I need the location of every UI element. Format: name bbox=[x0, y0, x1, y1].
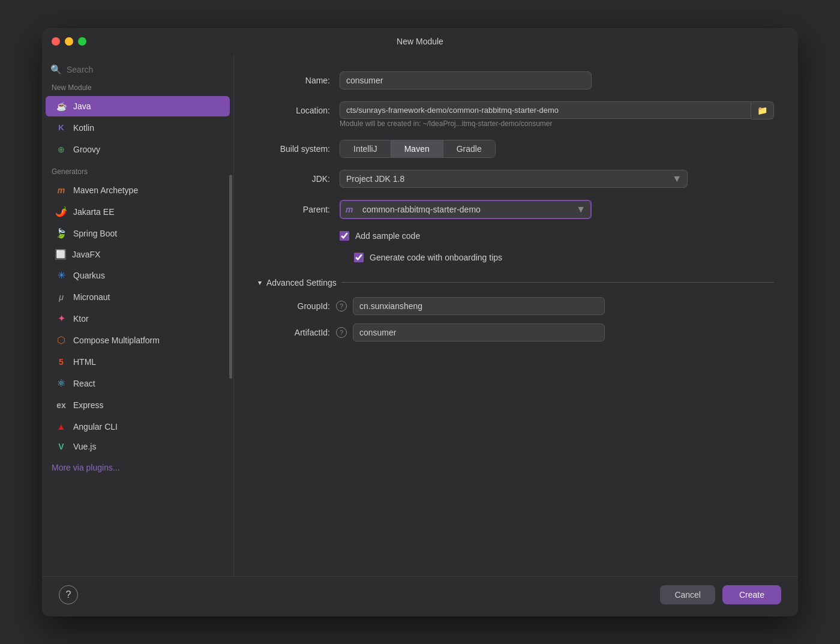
advanced-settings-header[interactable]: ▾ Advanced Settings bbox=[258, 278, 774, 287]
jdk-row: JDK: Project JDK 1.8 ▼ bbox=[258, 170, 774, 188]
groupid-input[interactable] bbox=[353, 297, 605, 315]
compose-icon: ⬡ bbox=[55, 334, 67, 346]
build-system-buttons: IntelliJ Maven Gradle bbox=[340, 140, 496, 158]
help-button[interactable]: ? bbox=[59, 585, 78, 604]
ktor-icon: ✦ bbox=[55, 313, 67, 325]
parent-label: Parent: bbox=[258, 205, 330, 214]
sidebar-item-label-java: Java bbox=[73, 101, 91, 111]
generate-code-label: Generate code with onboarding tips bbox=[370, 253, 502, 262]
sidebar-item-label-express: Express bbox=[73, 400, 104, 410]
build-btn-maven[interactable]: Maven bbox=[391, 140, 443, 157]
sidebar-item-spring-boot[interactable]: 🍃 Spring Boot bbox=[46, 223, 230, 244]
sidebar-item-label-ktor: Ktor bbox=[73, 314, 89, 324]
artifactid-help-icon[interactable]: ? bbox=[336, 327, 347, 338]
artifactid-label: ArtifactId: bbox=[258, 328, 330, 337]
dialog-footer: ? Cancel Create bbox=[42, 576, 798, 616]
sidebar-item-label-quarkus: Quarkus bbox=[73, 271, 105, 280]
micronaut-icon: μ bbox=[55, 291, 67, 303]
sidebar-item-ktor[interactable]: ✦ Ktor bbox=[46, 308, 230, 329]
sidebar-item-label-groovy: Groovy bbox=[73, 145, 100, 154]
sidebar-item-compose[interactable]: ⬡ Compose Multiplatform bbox=[46, 330, 230, 351]
add-sample-code-label: Add sample code bbox=[355, 231, 420, 241]
sidebar-item-micronaut[interactable]: μ Micronaut bbox=[46, 287, 230, 307]
groupid-help-icon[interactable]: ? bbox=[336, 301, 347, 311]
angular-icon: ▲ bbox=[55, 421, 67, 433]
sidebar-item-kotlin[interactable]: K Kotlin bbox=[46, 118, 230, 138]
generate-code-row: Generate code with onboarding tips bbox=[354, 253, 774, 262]
jdk-select[interactable]: Project JDK 1.8 bbox=[340, 170, 688, 188]
generate-code-checkbox[interactable] bbox=[354, 253, 364, 262]
sidebar-item-vue[interactable]: V Vue.js bbox=[46, 438, 230, 455]
create-button[interactable]: Create bbox=[722, 585, 781, 604]
sidebar-item-html[interactable]: 5 HTML bbox=[46, 352, 230, 372]
sidebar-item-angular[interactable]: ▲ Angular CLI bbox=[46, 417, 230, 437]
folder-icon: 📁 bbox=[757, 106, 767, 115]
sidebar-item-label-kotlin: Kotlin bbox=[73, 123, 94, 133]
groupid-row: GroupId: ? bbox=[258, 297, 774, 315]
window-controls bbox=[52, 37, 86, 46]
sidebar-item-groovy[interactable]: ⊕ Groovy bbox=[46, 139, 230, 160]
cancel-button[interactable]: Cancel bbox=[660, 585, 715, 604]
parent-select[interactable]: common-rabbitmq-starter-demo bbox=[340, 200, 592, 219]
sidebar-item-maven-archetype[interactable]: m Maven Archetype bbox=[46, 180, 230, 200]
sidebar-item-java[interactable]: ☕ Java bbox=[46, 96, 230, 116]
add-sample-code-row: Add sample code bbox=[340, 231, 774, 241]
html-icon: 5 bbox=[55, 356, 67, 368]
advanced-fields: GroupId: ? ArtifactId: ? bbox=[258, 297, 774, 342]
location-input-group: 📁 bbox=[340, 101, 774, 119]
jdk-select-wrapper: Project JDK 1.8 ▼ bbox=[340, 170, 688, 188]
title-bar: New Module bbox=[42, 28, 798, 55]
sidebar-item-quarkus[interactable]: ✳ Quarkus bbox=[46, 265, 230, 286]
dialog-title: New Module bbox=[397, 37, 443, 46]
sidebar-scrollbar[interactable] bbox=[229, 175, 232, 379]
sidebar-item-label-micronaut: Micronaut bbox=[73, 292, 110, 302]
build-btn-intellij[interactable]: IntelliJ bbox=[340, 140, 391, 157]
java-icon: ☕ bbox=[55, 100, 67, 112]
sidebar: 🔍 New Module ☕ Java K Kotlin ⊕ Groovy Ge… bbox=[42, 55, 234, 576]
location-browse-button[interactable]: 📁 bbox=[751, 101, 774, 119]
new-module-dialog: New Module 🔍 New Module ☕ Java K Kotlin bbox=[42, 28, 798, 616]
sidebar-item-express[interactable]: ex Express bbox=[46, 395, 230, 415]
javafx-icon: ⬜ bbox=[55, 249, 66, 260]
location-row: Location: 📁 bbox=[258, 101, 774, 119]
react-icon: ⚛ bbox=[55, 378, 67, 390]
advanced-settings-section: ▾ Advanced Settings GroupId: ? ArtifactI… bbox=[258, 278, 774, 342]
search-icon: 🔍 bbox=[50, 64, 62, 75]
sidebar-item-label-jakarta: Jakarta EE bbox=[73, 207, 114, 217]
name-input[interactable] bbox=[340, 71, 592, 89]
location-input[interactable] bbox=[340, 101, 751, 119]
search-input[interactable] bbox=[67, 65, 225, 74]
sidebar-item-label-spring: Spring Boot bbox=[73, 229, 117, 238]
more-plugins-link[interactable]: More via plugins... bbox=[42, 456, 233, 480]
express-icon: ex bbox=[55, 399, 67, 411]
location-hint: Module will be created in: ~/IdeaProj...… bbox=[340, 119, 774, 128]
sidebar-item-label-javafx: JavaFX bbox=[72, 250, 100, 259]
build-system-row: Build system: IntelliJ Maven Gradle bbox=[258, 140, 774, 158]
maven-icon: m bbox=[55, 184, 67, 196]
vue-icon: V bbox=[55, 441, 67, 453]
close-button[interactable] bbox=[52, 37, 60, 46]
build-system-label: Build system: bbox=[258, 144, 330, 154]
artifactid-input[interactable] bbox=[353, 324, 605, 342]
minimize-button[interactable] bbox=[65, 37, 73, 46]
groovy-icon: ⊕ bbox=[55, 143, 67, 155]
sidebar-item-react[interactable]: ⚛ React bbox=[46, 373, 230, 394]
sidebar-item-label-angular: Angular CLI bbox=[73, 422, 118, 432]
sidebar-item-jakarta-ee[interactable]: 🌶️ Jakarta EE bbox=[46, 202, 230, 222]
sidebar-item-javafx[interactable]: ⬜ JavaFX bbox=[46, 245, 230, 264]
artifactid-row: ArtifactId: ? bbox=[258, 324, 774, 342]
build-btn-gradle[interactable]: Gradle bbox=[443, 140, 495, 157]
advanced-divider bbox=[341, 282, 774, 283]
chevron-down-icon: ▾ bbox=[258, 278, 262, 287]
sidebar-item-label-maven: Maven Archetype bbox=[73, 185, 138, 195]
maximize-button[interactable] bbox=[78, 37, 86, 46]
footer-right: Cancel Create bbox=[660, 585, 781, 604]
location-label: Location: bbox=[258, 106, 330, 115]
add-sample-code-checkbox[interactable] bbox=[340, 231, 349, 241]
search-bar: 🔍 bbox=[42, 61, 233, 81]
parent-row: Parent: m common-rabbitmq-starter-demo ▼ bbox=[258, 200, 774, 219]
main-content: Name: Location: 📁 Module will be created… bbox=[234, 55, 798, 576]
sidebar-item-label-vue: Vue.js bbox=[73, 442, 96, 451]
groupid-label: GroupId: bbox=[258, 301, 330, 311]
sidebar-item-label-html: HTML bbox=[73, 357, 96, 367]
